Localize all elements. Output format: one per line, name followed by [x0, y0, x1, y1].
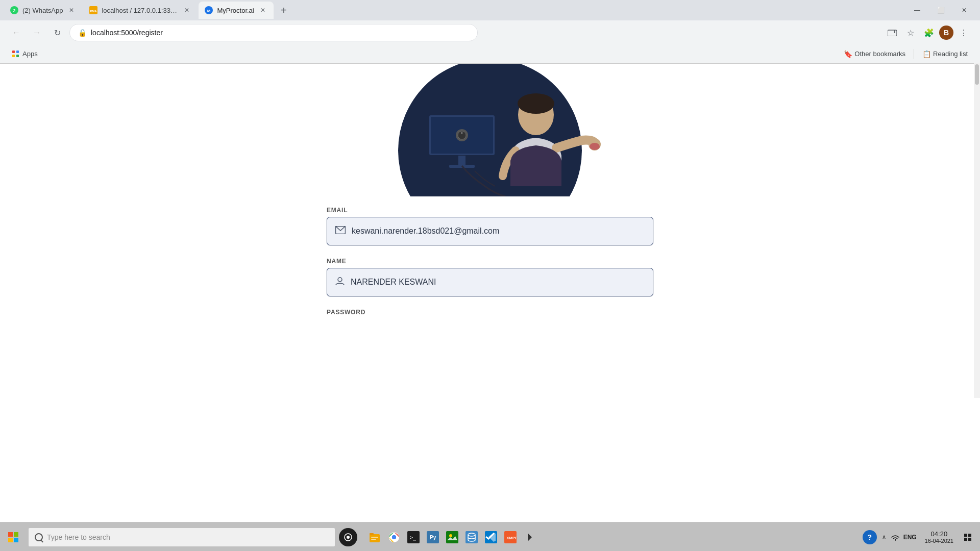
menu-button[interactable]: ⋮	[955, 24, 972, 41]
svg-rect-6	[888, 30, 897, 36]
email-label: EMAIL	[327, 207, 653, 214]
svg-text:M: M	[207, 9, 211, 13]
reading-list[interactable]: 📋 Reading list	[918, 48, 972, 60]
svg-point-20	[590, 143, 600, 150]
svg-text:XMPP: XMPP	[506, 536, 517, 540]
scroll-thumb[interactable]	[975, 64, 979, 85]
svg-text:2: 2	[13, 8, 15, 13]
person-icon	[335, 277, 345, 288]
svg-point-24	[347, 536, 350, 539]
form-area: EMAIL NAME PASSWORD	[316, 196, 664, 319]
terminal-icon[interactable]: >_	[404, 528, 423, 546]
quiza-favicon: PMA	[89, 6, 97, 14]
apps-button[interactable]: Apps	[8, 48, 42, 60]
database-icon[interactable]	[462, 528, 481, 546]
name-input-wrapper	[327, 268, 653, 296]
toolbar-right: ☆ 🧩 B ⋮	[884, 24, 972, 41]
svg-rect-45	[968, 534, 971, 537]
whatsapp-favicon: 2	[10, 6, 18, 14]
forward-button[interactable]: →	[29, 24, 45, 41]
reload-button[interactable]: ↻	[49, 24, 65, 41]
new-tab-button[interactable]: +	[277, 3, 291, 17]
bookmarks-right: 🔖 Other bookmarks 📋 Reading list	[840, 48, 972, 60]
name-label: NAME	[327, 258, 653, 265]
star-button[interactable]: ☆	[902, 24, 919, 41]
minimize-button[interactable]: —	[905, 0, 929, 20]
maximize-button[interactable]: ⬜	[929, 0, 952, 20]
xampp-icon[interactable]: XMPP	[501, 528, 520, 546]
svg-marker-7	[894, 30, 895, 33]
notification-button[interactable]	[960, 523, 976, 552]
tab-myproctor-close[interactable]: ✕	[258, 6, 267, 15]
url-text: localhost:5000/register	[91, 29, 469, 37]
tab-myproctor[interactable]: M MyProctor.ai ✕	[199, 2, 273, 19]
other-bookmarks-label: Other bookmarks	[854, 50, 905, 58]
tab-quiza-close[interactable]: ✕	[182, 6, 191, 15]
tab-bar: 2 (2) WhatsApp ✕ PMA localhost / 127.0.0…	[0, 0, 980, 20]
python-icon[interactable]: Py	[424, 528, 442, 546]
apps-label: Apps	[22, 50, 38, 58]
image-viewer-icon[interactable]	[443, 528, 461, 546]
svg-text:>_: >_	[410, 535, 416, 541]
windows-logo	[8, 532, 18, 542]
system-tray: ∧ ENG	[879, 532, 919, 542]
svg-point-31	[392, 535, 396, 539]
svg-marker-43	[528, 533, 532, 541]
wifi-icon[interactable]	[890, 532, 900, 542]
scroll-track[interactable]	[974, 63, 980, 398]
time-display: 04:20	[931, 530, 948, 538]
taskbar-right: ? ∧ ENG 04:20 16-04-2021	[863, 523, 980, 551]
svg-point-22	[338, 278, 342, 282]
svg-rect-44	[964, 534, 967, 537]
svg-rect-36	[446, 531, 458, 543]
other-bookmarks[interactable]: 🔖 Other bookmarks	[840, 48, 910, 60]
extensions-button[interactable]: 🧩	[921, 24, 937, 41]
task-view-button[interactable]	[339, 528, 357, 546]
close-button[interactable]: ✕	[952, 0, 976, 20]
help-button[interactable]: ?	[863, 530, 877, 544]
svg-point-37	[449, 534, 452, 537]
svg-rect-46	[964, 538, 967, 541]
svg-rect-11	[458, 156, 465, 166]
bookmarks-divider	[914, 49, 914, 59]
myproctor-favicon: M	[205, 6, 213, 14]
search-placeholder: Type here to search	[47, 533, 110, 541]
camera-button[interactable]	[884, 24, 900, 41]
lock-icon: 🔒	[78, 29, 87, 37]
taskbar-search[interactable]: Type here to search	[29, 528, 335, 546]
svg-rect-27	[371, 537, 378, 538]
illustration-area	[0, 64, 980, 196]
tab-whatsapp-close[interactable]: ✕	[67, 6, 76, 15]
clock-area[interactable]: 04:20 16-04-2021	[921, 523, 958, 551]
tab-whatsapp[interactable]: 2 (2) WhatsApp ✕	[4, 2, 82, 19]
browser-chrome: 2 (2) WhatsApp ✕ PMA localhost / 127.0.0…	[0, 0, 980, 64]
taskbar: Type here to search	[0, 522, 980, 551]
email-input[interactable]	[352, 227, 645, 236]
svg-rect-26	[370, 533, 374, 535]
language-indicator[interactable]: ENG	[901, 534, 919, 541]
address-bar: ← → ↻ 🔒 localhost:5000/register ☆ 🧩 B ⋮	[0, 20, 980, 45]
up-arrow-icon[interactable]: ∧	[879, 532, 889, 542]
tab-quiza[interactable]: PMA localhost / 127.0.0.1:3308 / quiza ✕	[83, 2, 198, 19]
vscode-icon[interactable]	[482, 528, 500, 546]
email-icon	[335, 226, 346, 237]
bookmarks-bar: Apps 🔖 Other bookmarks 📋 Reading list	[0, 45, 980, 63]
tab-myproctor-title: MyProctor.ai	[217, 7, 254, 14]
back-button[interactable]: ←	[8, 24, 24, 41]
password-label: PASSWORD	[327, 309, 653, 316]
file-explorer-icon[interactable]	[365, 528, 384, 546]
svg-rect-25	[370, 534, 380, 542]
url-bar[interactable]: 🔒 localhost:5000/register	[69, 24, 478, 41]
chrome-taskbar-icon[interactable]	[385, 528, 403, 546]
email-input-wrapper	[327, 217, 653, 245]
show-hidden-icons[interactable]	[521, 528, 539, 546]
page-content: EMAIL NAME PASSWORD	[0, 64, 980, 398]
illustration-svg	[311, 64, 669, 196]
svg-text:PMA: PMA	[90, 10, 97, 13]
svg-rect-47	[968, 538, 971, 541]
profile-button[interactable]: B	[939, 26, 953, 40]
svg-text:Py: Py	[430, 535, 436, 540]
name-input[interactable]	[351, 278, 645, 287]
svg-rect-28	[371, 539, 376, 540]
start-button[interactable]	[0, 523, 27, 552]
